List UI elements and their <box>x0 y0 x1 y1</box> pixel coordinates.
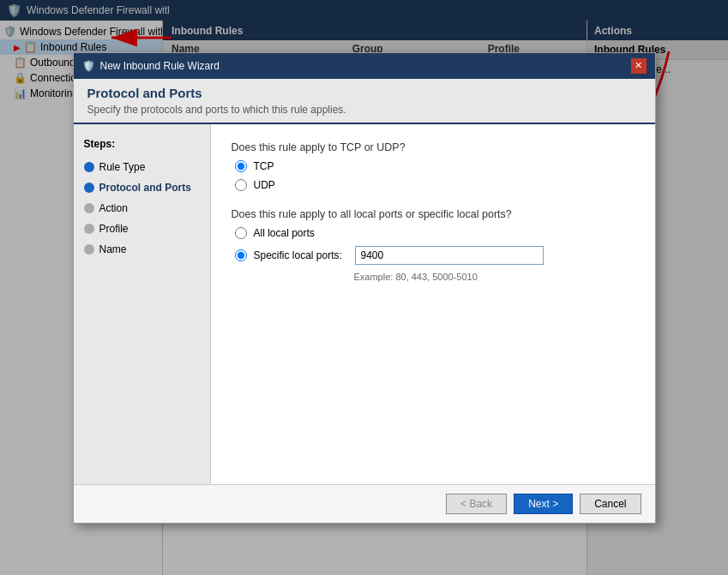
modal-title-bar: 🛡️ New Inbound Rule Wizard ✕ <box>74 53 655 79</box>
step-protocol-label: Protocol and Ports <box>99 182 191 194</box>
specific-ports-row: Specific local ports: <box>235 246 635 265</box>
modal-subtitle: Protocol and Ports Specify the protocols… <box>74 79 655 124</box>
step-dot-action <box>84 203 94 213</box>
step-rule-type[interactable]: Rule Type <box>74 157 210 177</box>
step-name[interactable]: Name <box>74 239 210 260</box>
step-dot-profile <box>84 224 94 234</box>
question2: Does this rule apply to all local ports … <box>232 208 635 220</box>
modal-main: Does this rule apply to TCP or UDP? TCP … <box>211 124 655 484</box>
wizard-modal: 🛡️ New Inbound Rule Wizard ✕ Protocol an… <box>73 52 656 524</box>
step-dot-protocol <box>84 183 94 193</box>
step-action[interactable]: Action <box>74 198 210 219</box>
all-ports-radio[interactable] <box>235 227 247 239</box>
udp-option[interactable]: UDP <box>235 179 635 191</box>
step-dot-rule-type <box>84 162 94 172</box>
protocol-radio-group: TCP UDP <box>235 160 635 191</box>
step-profile[interactable]: Profile <box>74 219 210 239</box>
modal-title-left: 🛡️ New Inbound Rule Wizard <box>82 60 220 72</box>
ports-section: Does this rule apply to all local ports … <box>232 208 635 282</box>
step-action-label: Action <box>99 202 128 214</box>
modal-overlay: 🛡️ New Inbound Rule Wizard ✕ Protocol an… <box>0 0 728 575</box>
specific-ports-input[interactable] <box>355 246 544 265</box>
specific-ports-label: Specific local ports: <box>254 249 342 261</box>
step-profile-label: Profile <box>99 223 129 235</box>
step-rule-type-label: Rule Type <box>99 161 146 173</box>
ports-radio-group: All local ports Specific local ports: <box>235 227 635 272</box>
udp-radio[interactable] <box>235 179 247 191</box>
all-ports-label: All local ports <box>254 227 315 239</box>
modal-section-desc: Specify the protocols and ports to which… <box>87 104 641 116</box>
tcp-radio[interactable] <box>235 160 247 172</box>
specific-ports-radio[interactable] <box>235 249 247 261</box>
udp-label: UDP <box>254 179 275 191</box>
modal-section-title: Protocol and Ports <box>87 86 641 100</box>
step-protocol-ports[interactable]: Protocol and Ports <box>74 177 210 198</box>
modal-body: Steps: Rule Type Protocol and Ports Acti… <box>74 124 655 484</box>
specific-ports-option[interactable]: Specific local ports: <box>235 249 346 261</box>
tcp-option[interactable]: TCP <box>235 160 635 172</box>
modal-footer: < Back Next > Cancel <box>74 484 655 523</box>
modal-title: New Inbound Rule Wizard <box>100 60 220 72</box>
tcp-label: TCP <box>254 160 274 172</box>
modal-close-button[interactable]: ✕ <box>631 58 647 74</box>
steps-label: Steps: <box>74 135 210 157</box>
step-dot-name <box>84 244 94 255</box>
modal-steps: Steps: Rule Type Protocol and Ports Acti… <box>74 124 211 484</box>
port-example: Example: 80, 443, 5000-5010 <box>354 272 635 282</box>
protocol-section: Does this rule apply to TCP or UDP? TCP … <box>232 141 635 191</box>
question1: Does this rule apply to TCP or UDP? <box>232 141 635 153</box>
cancel-button[interactable]: Cancel <box>580 494 641 514</box>
next-button[interactable]: Next > <box>514 494 573 514</box>
modal-icon: 🛡️ <box>82 60 95 72</box>
step-name-label: Name <box>99 243 127 255</box>
back-button[interactable]: < Back <box>446 494 507 514</box>
all-ports-option[interactable]: All local ports <box>235 227 635 239</box>
